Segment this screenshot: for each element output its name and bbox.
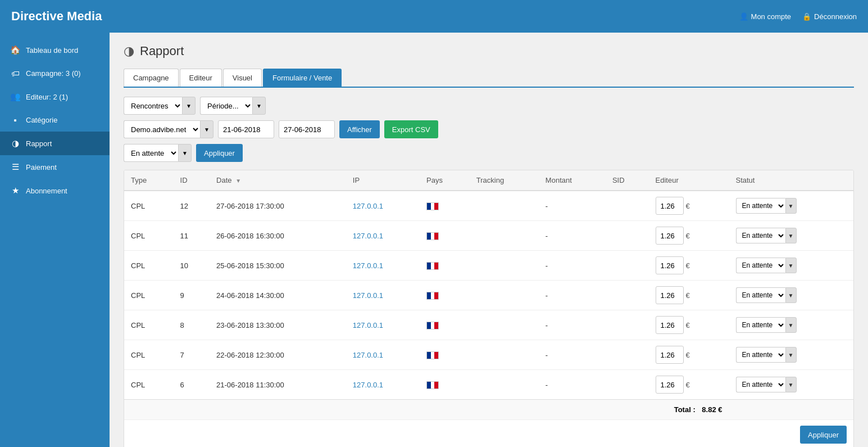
flag-icon: [426, 292, 439, 300]
amount-input[interactable]: [656, 376, 684, 394]
app-brand: Directive Media: [11, 9, 102, 24]
row-status-select-wrap: En attente Validé Refusé ▼: [736, 347, 847, 363]
sidebar-item-abonnement[interactable]: ★ Abonnement: [0, 179, 110, 202]
period-select[interactable]: Période...: [200, 97, 252, 115]
cell-sid: [606, 281, 649, 310]
row-status-select[interactable]: En attente Validé Refusé: [736, 317, 785, 333]
payment-icon: ☰: [10, 162, 20, 172]
cell-tracking: [470, 340, 539, 370]
site-arrow-btn[interactable]: ▼: [200, 120, 213, 138]
row-status-arrow[interactable]: ▼: [785, 377, 797, 392]
cell-pays: [420, 281, 470, 310]
cell-editeur: €: [649, 251, 729, 281]
site-select[interactable]: Demo.advibe.net: [124, 120, 200, 138]
tab-editeur[interactable]: Editeur: [180, 69, 222, 87]
lock-icon: 🔒: [802, 12, 811, 21]
amount-cell: €: [656, 286, 722, 304]
site-select-wrap: Demo.advibe.net ▼: [124, 120, 213, 138]
amount-input[interactable]: [656, 316, 684, 334]
ip-link[interactable]: 127.0.0.1: [353, 261, 383, 270]
ip-link[interactable]: 127.0.0.1: [353, 321, 383, 329]
row-status-select[interactable]: En attente Validé Refusé: [736, 258, 785, 273]
tab-formulaire-vente[interactable]: Formulaire / Vente: [263, 69, 342, 87]
col-sid: SID: [606, 170, 649, 191]
cell-date: 24-06-2018 14:30:00: [210, 281, 346, 310]
status-select[interactable]: En attente Validé Refusé: [124, 144, 178, 162]
ip-link[interactable]: 127.0.0.1: [353, 291, 383, 300]
cell-statut: En attente Validé Refusé ▼: [729, 281, 854, 310]
category-select[interactable]: Rencontres: [124, 97, 182, 115]
tab-visuel[interactable]: Visuel: [223, 69, 262, 87]
category-icon: ▪: [10, 115, 20, 125]
ip-link[interactable]: 127.0.0.1: [353, 232, 383, 240]
cell-date: 26-06-2018 16:30:00: [210, 221, 346, 251]
col-ip: IP: [346, 170, 420, 191]
row-status-select[interactable]: En attente Validé Refusé: [736, 198, 785, 214]
total-value: 8.82 €: [702, 405, 722, 414]
row-status-select[interactable]: En attente Validé Refusé: [736, 287, 785, 303]
sidebar-item-campagne[interactable]: 🏷 Campagne: 3 (0): [0, 62, 110, 85]
row-status-select-wrap: En attente Validé Refusé ▼: [736, 258, 847, 273]
ip-link[interactable]: 127.0.0.1: [353, 202, 383, 210]
mon-compte-link[interactable]: 👤 Mon compte: [739, 12, 792, 21]
row-status-select-wrap: En attente Validé Refusé ▼: [736, 228, 847, 243]
row-status-select[interactable]: En attente Validé Refusé: [736, 228, 785, 243]
amount-cell: €: [656, 316, 722, 334]
user-icon: 👤: [739, 12, 748, 21]
table-row: CPL722-06-2018 12:30:00127.0.0.1- € En a…: [124, 340, 853, 370]
apply-top-button[interactable]: Appliquer: [196, 144, 243, 162]
tabs: Campagne Editeur Visuel Formulaire / Ven…: [124, 69, 854, 88]
col-type: Type: [124, 170, 174, 191]
cell-montant: -: [539, 281, 606, 310]
cell-statut: En attente Validé Refusé ▼: [729, 191, 854, 221]
category-arrow-btn[interactable]: ▼: [182, 97, 196, 115]
amount-input[interactable]: [656, 346, 684, 364]
cell-type: CPL: [124, 310, 174, 340]
amount-input[interactable]: [656, 286, 684, 304]
sidebar-item-categorie[interactable]: ▪ Catégorie: [0, 109, 110, 132]
sidebar-item-rapport[interactable]: ◑ Rapport: [0, 132, 110, 155]
row-status-arrow[interactable]: ▼: [785, 228, 797, 243]
date-from-input[interactable]: [218, 120, 274, 138]
currency-label: €: [686, 291, 690, 300]
amount-cell: €: [656, 346, 722, 364]
cell-date: 21-06-2018 11:30:00: [210, 370, 346, 400]
cell-tracking: [470, 251, 539, 281]
row-status-select[interactable]: En attente Validé Refusé: [736, 377, 785, 392]
sidebar-label-paiement: Paiement: [26, 163, 57, 171]
ip-link[interactable]: 127.0.0.1: [353, 351, 383, 359]
afficher-button[interactable]: Afficher: [339, 120, 380, 138]
home-icon: 🏠: [10, 45, 20, 55]
period-arrow-btn[interactable]: ▼: [252, 97, 266, 115]
cell-type: CPL: [124, 340, 174, 370]
tab-campagne[interactable]: Campagne: [124, 69, 179, 87]
export-csv-button[interactable]: Export CSV: [384, 120, 438, 138]
row-status-arrow[interactable]: ▼: [785, 198, 797, 214]
cell-tracking: [470, 281, 539, 310]
star-icon: ★: [10, 186, 20, 196]
ip-link[interactable]: 127.0.0.1: [353, 381, 383, 389]
cell-date: 25-06-2018 15:30:00: [210, 251, 346, 281]
layout: 🏠 Tableau de bord 🏷 Campagne: 3 (0) 👥 Ed…: [0, 33, 868, 447]
date-to-input[interactable]: [279, 120, 335, 138]
currency-label: €: [686, 321, 690, 329]
amount-input[interactable]: [656, 227, 684, 245]
row-status-arrow[interactable]: ▼: [785, 317, 797, 333]
row-status-arrow[interactable]: ▼: [785, 287, 797, 303]
row-status-arrow[interactable]: ▼: [785, 258, 797, 273]
cell-tracking: [470, 191, 539, 221]
cell-pays: [420, 340, 470, 370]
sidebar-item-tableau-de-bord[interactable]: 🏠 Tableau de bord: [0, 38, 110, 62]
row-status-select[interactable]: En attente Validé Refusé: [736, 347, 785, 363]
table-row: CPL1126-06-2018 16:30:00127.0.0.1- € En …: [124, 221, 853, 251]
deconnexion-link[interactable]: 🔒 Déconnexion: [802, 12, 857, 21]
row-status-arrow[interactable]: ▼: [785, 347, 797, 363]
status-arrow-btn[interactable]: ▼: [178, 144, 192, 162]
total-label: Total :: [674, 405, 696, 414]
amount-input[interactable]: [656, 256, 684, 274]
sidebar-item-paiement[interactable]: ☰ Paiement: [0, 155, 110, 179]
sidebar-item-editeur[interactable]: 👥 Editeur: 2 (1): [0, 85, 110, 109]
amount-input[interactable]: [656, 197, 684, 215]
apply-bottom-button[interactable]: Appliquer: [800, 426, 847, 444]
chart-icon: ◑: [10, 138, 20, 148]
